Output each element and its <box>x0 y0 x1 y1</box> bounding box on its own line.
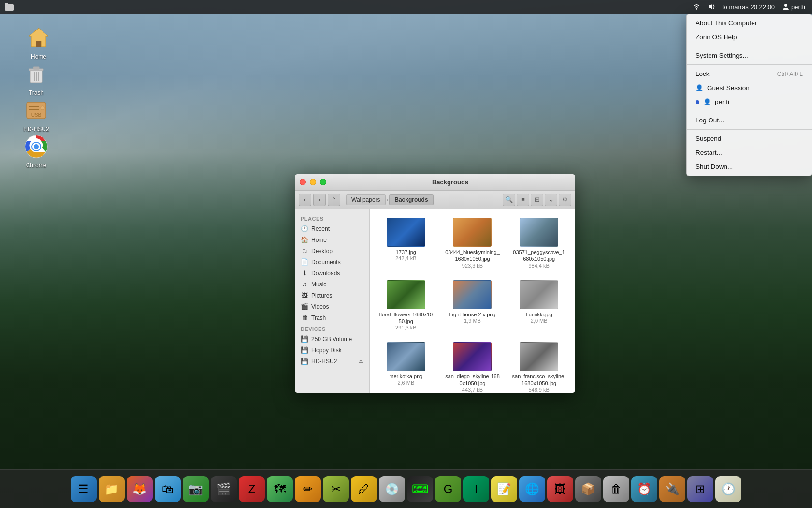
menubar: to marras 20 22:00 pertti <box>0 0 812 14</box>
dock-item-zorin-menu[interactable]: ☰ <box>71 476 97 502</box>
dock-item-notes[interactable]: 📝 <box>491 476 517 502</box>
file-item-sanfrancisco[interactable]: san_francisco_skyline-812x508.jpg548,9… <box>508 339 569 393</box>
dock-item-scissors[interactable]: ✂ <box>323 476 349 502</box>
menu-item-about[interactable]: About This Computer <box>687 16 812 30</box>
fm-forward-button[interactable]: › <box>313 194 326 206</box>
sidebar-label-home: Home <box>311 237 327 243</box>
dock-item-usb[interactable]: 🔌 <box>659 476 685 502</box>
sidebar-item-recent[interactable]: 🕐 Recent <box>295 223 369 234</box>
menu-item-guest-session[interactable]: 👤Guest Session <box>687 81 812 95</box>
file-item-1737[interactable]: 1737.jpg242,4 kB <box>376 215 436 271</box>
breadcrumb-wallpapers[interactable]: Wallpapers <box>346 194 386 205</box>
file-item-03444[interactable]: 03444_blueskymining_1680x1050.jpg923,3 k… <box>442 215 503 271</box>
dock-item-pencil[interactable]: ✏ <box>295 476 321 502</box>
fm-grid-view-button[interactable]: ⊞ <box>531 194 543 206</box>
dock-item-trash[interactable]: 🗑 <box>603 476 629 502</box>
window-close-button[interactable] <box>300 179 306 185</box>
menu-item-suspend[interactable]: Suspend <box>687 132 812 146</box>
dock-item-ish[interactable]: I <box>463 476 489 502</box>
fm-search-button[interactable]: 🔍 <box>503 194 515 206</box>
fm-list-view-button[interactable]: ≡ <box>517 194 529 206</box>
dock-item-globe[interactable]: 🌐 <box>519 476 545 502</box>
file-item-sandiego[interactable]: san_diego_skyline-812x508.jpg443,7 kB <box>442 339 503 393</box>
file-size-03444: 923,3 kB <box>462 263 483 269</box>
desktop-icon-chrome[interactable]: Chrome <box>17 133 56 169</box>
fm-back-button[interactable]: ‹ <box>299 194 311 206</box>
fm-settings-button[interactable]: ⚙ <box>559 194 571 206</box>
dock-item-files[interactable]: 📁 <box>99 476 125 502</box>
dock-item-analog[interactable]: 🕐 <box>715 476 741 502</box>
dock-item-firefox[interactable]: 🦊 <box>127 476 153 502</box>
file-item-lumikki[interactable]: Lumikki.jpg2,0 MB <box>508 277 569 334</box>
menu-item-zorin-help[interactable]: Zorin OS Help <box>687 30 812 44</box>
sidebar-label-desktop: Desktop <box>311 248 333 254</box>
dock-item-grid[interactable]: ⊞ <box>687 476 713 502</box>
dock-item-appstore[interactable]: 🛍 <box>155 476 181 502</box>
menu-item-pertti[interactable]: 👤pertti <box>687 95 812 109</box>
hd-label: HD-HSU2 <box>23 126 49 133</box>
window-maximize-button[interactable] <box>320 179 326 185</box>
dock-item-photos[interactable]: 📷 <box>183 476 209 502</box>
desktop-icon-hd[interactable]: USB HD-HSU2 <box>17 97 56 133</box>
sidebar-icon-hd-hsu2: 💾 <box>301 358 308 365</box>
sidebar-icon-floppy: 💾 <box>301 346 308 354</box>
dock-item-terminal[interactable]: ⌨ <box>407 476 433 502</box>
sidebar-item-trash[interactable]: 🗑 Trash <box>295 312 369 323</box>
sidebar-item-documents[interactable]: 📄 Documents <box>295 256 369 268</box>
desktop-icon-home[interactable]: Home <box>19 24 58 60</box>
sidebar-item-floppy[interactable]: 💾 Floppy Disk <box>295 344 369 356</box>
file-item-floral[interactable]: floral_flowers-812x508.jpg291,3 kB <box>376 277 436 334</box>
file-item-03571[interactable]: 03571_peggyscove_1680x1050.jpg984,4 kB <box>508 215 569 271</box>
dock-item-imovie[interactable]: 🎬 <box>211 476 237 502</box>
sidebar-item-250gb[interactable]: 💾 250 GB Volume <box>295 333 369 344</box>
sidebar-item-music[interactable]: ♫ Music <box>295 279 369 290</box>
file-item-lighthouse[interactable]: Light house 2 x.png1,9 MB <box>442 277 503 334</box>
fm-content: 1737.jpg242,4 kB03444_blueskymining_1680… <box>370 209 575 393</box>
sidebar-item-pictures[interactable]: 🖼 Pictures <box>295 290 369 301</box>
fm-sort-button[interactable]: ⌄ <box>545 194 557 206</box>
dock-item-photos2[interactable]: 🖼 <box>547 476 573 502</box>
fm-up-button[interactable]: ⌃ <box>328 194 340 206</box>
dock-item-gi[interactable]: G <box>435 476 461 502</box>
sidebar-item-downloads[interactable]: ⬇ Downloads <box>295 268 369 279</box>
fm-sidebar: Places🕐 Recent🏠 Home🗂 Desktop📄 Documents… <box>295 209 370 393</box>
menu-item-restart[interactable]: Restart... <box>687 146 812 160</box>
dock-item-cd[interactable]: 💿 <box>379 476 405 502</box>
menu-item-label: Restart... <box>696 149 722 156</box>
dock-item-maps[interactable]: 🗺 <box>267 476 293 502</box>
eject-button[interactable]: ⏏ <box>358 358 363 365</box>
sidebar-label-music: Music <box>311 281 326 288</box>
file-manager-icon[interactable] <box>4 1 14 12</box>
file-item-merikotka[interactable]: merikotka.png2,6 MB <box>376 339 436 393</box>
file-thumb-03444 <box>453 218 492 247</box>
fm-title: Backgrouds <box>330 179 570 186</box>
menu-item-label: System Settings... <box>696 52 748 59</box>
menubar-right: to marras 20 22:00 pertti <box>691 1 808 12</box>
menu-item-shut-down[interactable]: Shut Down... <box>687 160 812 174</box>
file-size-1737: 242,4 kB <box>395 255 416 261</box>
sidebar-label-documents: Documents <box>311 259 341 266</box>
volume-icon[interactable] <box>707 1 717 12</box>
menu-item-lock[interactable]: LockCtrl+Alt+L <box>687 67 812 81</box>
home-icon <box>25 24 52 51</box>
breadcrumb-backgrouds[interactable]: Backgrouds <box>389 194 433 205</box>
menubar-left <box>4 1 14 12</box>
sidebar-item-hd-hsu2[interactable]: 💾 HD-HSU2⏏ <box>295 356 369 367</box>
window-minimize-button[interactable] <box>310 179 316 185</box>
menu-item-log-out[interactable]: Log Out... <box>687 113 812 127</box>
dock-item-clock[interactable]: ⏰ <box>631 476 657 502</box>
desktop-icon-trash[interactable]: Trash <box>17 60 56 96</box>
dock-item-zorin-red[interactable]: Z <box>239 476 265 502</box>
file-name-lighthouse: Light house 2 x.png <box>449 311 495 318</box>
user-menu-button[interactable]: pertti <box>780 2 808 12</box>
sidebar-icon-recent: 🕐 <box>301 225 308 232</box>
dock-item-pencil2[interactable]: 🖊 <box>351 476 377 502</box>
hd-icon: USB <box>23 97 50 124</box>
file-size-merikotka: 2,6 MB <box>397 380 414 386</box>
menu-item-system-settings[interactable]: System Settings... <box>687 48 812 62</box>
sidebar-item-videos[interactable]: 🎬 Videos <box>295 301 369 312</box>
sidebar-item-home[interactable]: 🏠 Home <box>295 234 369 245</box>
sidebar-item-desktop[interactable]: 🗂 Desktop <box>295 245 369 256</box>
dock-item-archive[interactable]: 📦 <box>575 476 601 502</box>
wifi-icon[interactable] <box>691 1 702 12</box>
